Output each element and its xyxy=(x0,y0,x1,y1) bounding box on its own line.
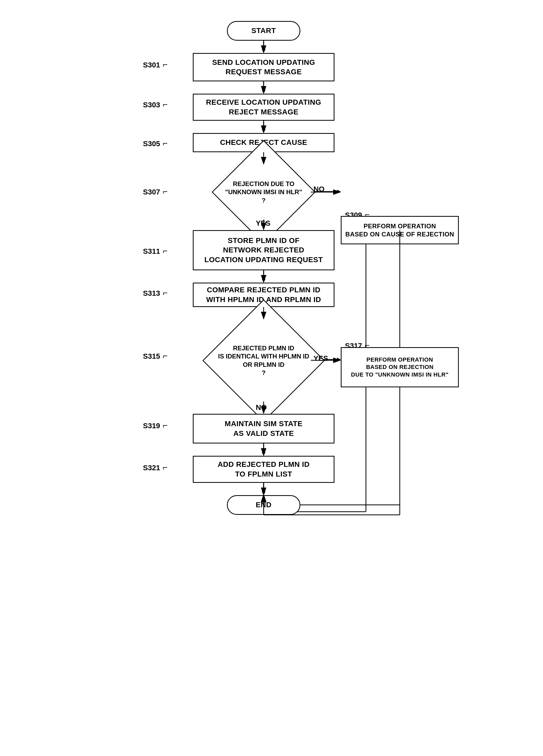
s301-text: SEND LOCATION UPDATING REQUEST MESSAGE xyxy=(212,58,315,77)
end-node: END xyxy=(227,495,300,515)
start-label: START xyxy=(251,26,276,35)
s309-node: PERFORM OPERATION BASED ON CAUSE OF REJE… xyxy=(341,216,459,244)
s319-label: S319 ⌐ xyxy=(143,421,168,430)
s321-text: ADD REJECTED PLMN ID TO FPLMN LIST xyxy=(218,460,310,479)
svg-marker-11 xyxy=(337,190,341,193)
start-node: START xyxy=(227,21,300,41)
no-label-s307: NO xyxy=(313,185,324,193)
end-label: END xyxy=(256,500,272,510)
svg-marker-1 xyxy=(262,49,266,53)
s319-node: MAINTAIN SIM STATE AS VALID STATE xyxy=(193,414,334,443)
s301-label: S301 ⌐ xyxy=(143,60,168,70)
s311-node: STORE PLMN ID OF NETWORK REJECTED LOCATI… xyxy=(193,230,334,270)
s315-text: REJECTED PLMN ID IS IDENTICAL WITH HPLMN… xyxy=(201,319,326,401)
yes-label-s315: YES xyxy=(313,354,328,363)
svg-marker-13 xyxy=(262,279,266,283)
s303-label: S303 ⌐ xyxy=(143,100,168,109)
s319-text: MAINTAIN SIM STATE AS VALID STATE xyxy=(225,419,303,438)
s303-node: RECEIVE LOCATION UPDATING REJECT MESSAGE xyxy=(193,94,334,121)
svg-marker-23 xyxy=(262,491,266,495)
svg-marker-27 xyxy=(262,491,266,495)
s307-text: REJECTION DUE TO "UNKNOWN IMSI IN HLR" ? xyxy=(209,165,319,220)
flowchart-container: START S301 ⌐ SEND LOCATION UPDATING REQU… xyxy=(127,10,416,745)
svg-marker-21 xyxy=(262,452,266,456)
s317-node: PERFORM OPERATION BASED ON REJECTION DUE… xyxy=(341,347,459,387)
s311-text: STORE PLMN ID OF NETWORK REJECTED LOCATI… xyxy=(204,236,323,265)
yes-label-s307: YES xyxy=(256,219,271,228)
s303-text: RECEIVE LOCATION UPDATING REJECT MESSAGE xyxy=(206,98,321,117)
s309-text: PERFORM OPERATION BASED ON CAUSE OF REJE… xyxy=(345,222,454,238)
s321-label: S321 ⌐ xyxy=(143,463,168,472)
s315-label: S315 ⌐ xyxy=(143,351,168,361)
s307-label: S307 ⌐ xyxy=(143,187,168,197)
no-label-s315: NO xyxy=(256,403,267,412)
s305-label: S305 ⌐ xyxy=(143,139,168,148)
s321-node: ADD REJECTED PLMN ID TO FPLMN LIST xyxy=(193,456,334,483)
s313-label: S313 ⌐ xyxy=(143,288,168,298)
svg-marker-17 xyxy=(337,358,341,361)
s311-label: S311 ⌐ xyxy=(143,246,168,256)
s301-node: SEND LOCATION UPDATING REQUEST MESSAGE xyxy=(193,53,334,81)
svg-marker-3 xyxy=(262,90,266,94)
svg-marker-5 xyxy=(262,129,266,133)
s317-text: PERFORM OPERATION BASED ON REJECTION DUE… xyxy=(351,356,449,379)
